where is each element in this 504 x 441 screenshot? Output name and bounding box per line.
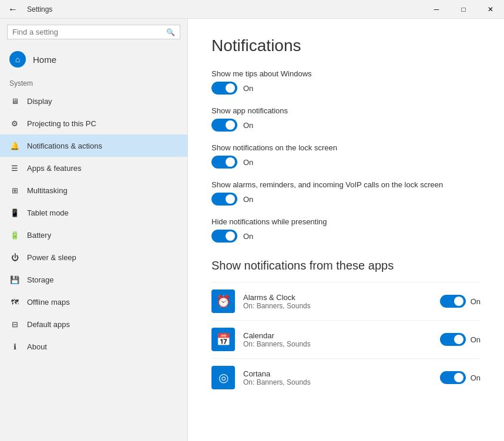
toggle-row-tips: On xyxy=(211,82,481,95)
app-info-cortana: Cortana On: Banners, Sounds xyxy=(243,369,440,386)
sidebar-item-offline[interactable]: 🗺 Offline maps xyxy=(0,291,187,313)
sidebar-items: 🖥 Display ⚙ Projecting to this PC 🔔 Noti… xyxy=(0,90,187,358)
toggle-app_notif[interactable] xyxy=(211,119,237,132)
notifications-icon: 🔔 xyxy=(9,140,20,151)
settings-list: Show me tips about Windows On Show app n… xyxy=(211,69,481,243)
home-icon: ⌂ xyxy=(9,51,26,68)
apps-list: ⏰ Alarms & Clock On: Banners, Sounds On … xyxy=(211,282,481,396)
setting-lock_screen: Show notifications on the lock screen On xyxy=(211,143,481,169)
projecting-icon: ⚙ xyxy=(9,118,20,129)
app-toggle-text-calendar: On xyxy=(471,335,481,344)
toggle-text-app_notif: On xyxy=(243,121,253,130)
app-row-alarms_clock: ⏰ Alarms & Clock On: Banners, Sounds On xyxy=(211,282,481,320)
app-toggle-area-cortana: On xyxy=(440,371,481,384)
search-input[interactable] xyxy=(12,28,164,36)
sidebar-label-display: Display xyxy=(27,97,52,106)
sidebar-label-power: Power & sleep xyxy=(27,253,76,262)
back-button[interactable]: ← xyxy=(5,1,21,18)
sidebar-item-notifications[interactable]: 🔔 Notifications & actions xyxy=(0,134,187,157)
sidebar-item-projecting[interactable]: ⚙ Projecting to this PC xyxy=(0,112,187,134)
sidebar-item-default[interactable]: ⊟ Default apps xyxy=(0,313,187,335)
titlebar-controls: ─ □ ✕ xyxy=(423,0,504,19)
system-section-label: System xyxy=(0,75,187,90)
content-area: Notifications Show me tips about Windows… xyxy=(188,19,504,441)
offline-icon: 🗺 xyxy=(9,297,20,307)
app-name-alarms_clock: Alarms & Clock xyxy=(243,293,440,302)
toggle-alarms[interactable] xyxy=(211,193,237,206)
app-toggle-calendar[interactable] xyxy=(440,333,466,346)
app-name-calendar: Calendar xyxy=(243,331,440,340)
app-toggle-alarms_clock[interactable] xyxy=(440,295,466,308)
setting-label-app_notif: Show app notifications xyxy=(211,106,481,115)
app-toggle-text-alarms_clock: On xyxy=(471,297,481,306)
sidebar-item-tablet[interactable]: 📱 Tablet mode xyxy=(0,201,187,224)
app-row-calendar: 📅 Calendar On: Banners, Sounds On xyxy=(211,320,481,358)
toggle-text-alarms: On xyxy=(243,195,253,204)
toggle-text-tips: On xyxy=(243,84,253,93)
titlebar-title: Settings xyxy=(27,5,52,14)
sidebar-label-projecting: Projecting to this PC xyxy=(27,119,96,128)
apps-section-title: Show notifications from these apps xyxy=(211,259,481,272)
app-toggle-area-alarms_clock: On xyxy=(440,295,481,308)
sidebar-label-battery: Battery xyxy=(27,231,51,240)
toggle-lock_screen[interactable] xyxy=(211,156,237,169)
app-icon-calendar: 📅 xyxy=(211,328,235,351)
sidebar-label-multitasking: Multitasking xyxy=(27,186,68,195)
setting-presenting: Hide notifications while presenting On xyxy=(211,217,481,243)
app-name-cortana: Cortana xyxy=(243,369,440,378)
display-icon: 🖥 xyxy=(9,96,20,106)
home-label: Home xyxy=(33,55,56,65)
maximize-button[interactable]: □ xyxy=(450,0,477,19)
sidebar-item-home[interactable]: ⌂ Home xyxy=(0,44,187,75)
toggle-text-presenting: On xyxy=(243,232,253,241)
apps-icon: ☰ xyxy=(9,163,20,173)
app-info-alarms_clock: Alarms & Clock On: Banners, Sounds xyxy=(243,293,440,310)
setting-label-alarms: Show alarms, reminders, and incoming VoI… xyxy=(211,180,481,189)
sidebar-label-notifications: Notifications & actions xyxy=(27,142,102,150)
minimize-button[interactable]: ─ xyxy=(423,0,450,19)
tablet-icon: 📱 xyxy=(9,207,20,218)
back-icon: ← xyxy=(8,4,18,15)
app-toggle-text-cortana: On xyxy=(471,373,481,382)
search-icon: 🔍 xyxy=(166,28,175,36)
power-icon: ⏻ xyxy=(9,252,20,262)
sidebar-item-power[interactable]: ⏻ Power & sleep xyxy=(0,246,187,268)
setting-label-lock_screen: Show notifications on the lock screen xyxy=(211,143,481,152)
setting-label-tips: Show me tips about Windows xyxy=(211,69,481,78)
sidebar-item-battery[interactable]: 🔋 Battery xyxy=(0,224,187,246)
app-sub-alarms_clock: On: Banners, Sounds xyxy=(243,302,440,310)
sidebar-label-offline: Offline maps xyxy=(27,298,70,307)
default-icon: ⊟ xyxy=(9,319,20,329)
close-button[interactable]: ✕ xyxy=(477,0,504,19)
app-icon-cortana: ◎ xyxy=(211,366,235,389)
sidebar-label-storage: Storage xyxy=(27,275,54,284)
sidebar-item-multitasking[interactable]: ⊞ Multitasking xyxy=(0,179,187,201)
multitasking-icon: ⊞ xyxy=(9,185,20,196)
sidebar-label-default: Default apps xyxy=(27,320,70,329)
setting-tips: Show me tips about Windows On xyxy=(211,69,481,95)
sidebar-label-about: About xyxy=(27,342,47,351)
sidebar-item-about[interactable]: ℹ About xyxy=(0,335,187,358)
search-box[interactable]: 🔍 xyxy=(7,25,180,39)
toggle-row-app_notif: On xyxy=(211,119,481,132)
toggle-text-lock_screen: On xyxy=(243,158,253,167)
app-toggle-area-calendar: On xyxy=(440,333,481,346)
app-toggle-cortana[interactable] xyxy=(440,371,466,384)
sidebar-item-storage[interactable]: 💾 Storage xyxy=(0,268,187,291)
about-icon: ℹ xyxy=(9,341,20,352)
toggle-presenting[interactable] xyxy=(211,230,237,243)
app-sub-calendar: On: Banners, Sounds xyxy=(243,340,440,348)
sidebar: 🔍 ⌂ Home System 🖥 Display ⚙ Projecting t… xyxy=(0,19,188,441)
toggle-tips[interactable] xyxy=(211,82,237,95)
app-row-cortana: ◎ Cortana On: Banners, Sounds On xyxy=(211,358,481,396)
setting-alarms: Show alarms, reminders, and incoming VoI… xyxy=(211,180,481,206)
sidebar-item-apps[interactable]: ☰ Apps & features xyxy=(0,157,187,179)
titlebar: ← Settings ─ □ ✕ xyxy=(0,0,504,19)
battery-icon: 🔋 xyxy=(9,230,20,240)
app-icon-alarms_clock: ⏰ xyxy=(211,289,235,313)
sidebar-item-display[interactable]: 🖥 Display xyxy=(0,90,187,112)
toggle-row-presenting: On xyxy=(211,230,481,243)
app-info-calendar: Calendar On: Banners, Sounds xyxy=(243,331,440,348)
toggle-row-lock_screen: On xyxy=(211,156,481,169)
app-container: 🔍 ⌂ Home System 🖥 Display ⚙ Projecting t… xyxy=(0,19,504,441)
